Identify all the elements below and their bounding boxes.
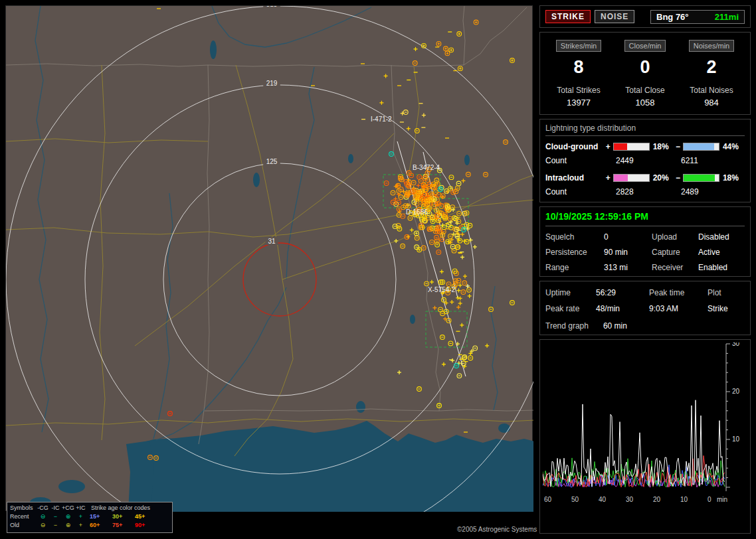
legend-col-neg-cg: -CG	[37, 504, 49, 512]
svg-text:20: 20	[653, 496, 661, 503]
ic-neg-pct: 18%	[723, 173, 745, 183]
svg-text:D-1686: D-1686	[406, 208, 428, 216]
cloud-ground-label: Cloud-ground	[545, 142, 605, 151]
pos-ic-recent-icon: +	[74, 512, 87, 521]
uptime-grid: Uptime 56:29 Peak time Plot Peak rate 48…	[545, 285, 745, 313]
trend-config: Trend graph 60 min	[545, 321, 745, 331]
persistence-label: Persistence	[545, 248, 604, 257]
receiver-label: Receiver	[652, 263, 698, 272]
rate-counters: Strikes/min 8 Total Strikes 13977 Close/…	[545, 37, 745, 110]
squelch-label: Squelch	[545, 232, 604, 242]
map-canvas[interactable]: 12521931331I-471-2B-3472-4D-1686X-5754-2	[6, 6, 533, 512]
age-15: 15+	[90, 512, 110, 521]
total-close-label: Total Close	[612, 86, 678, 95]
svg-text:10: 10	[732, 435, 740, 443]
pos-cg-old-icon: ⊕	[62, 521, 74, 530]
strikes-per-min-label: Strikes/min	[556, 40, 601, 52]
cg-neg-count: 6211	[681, 156, 698, 165]
intracloud-row: Intracloud + 20% − 18%	[545, 173, 745, 183]
total-strikes-value: 13977	[545, 98, 612, 108]
cg-pos-pct: 18%	[653, 142, 675, 151]
age-60: 60+	[90, 521, 110, 530]
rate-panel: Strikes/min 8 Total Strikes 13977 Close/…	[539, 32, 751, 115]
cg-count-label: Count	[545, 156, 607, 165]
legend-symbols-header: Symbols	[10, 504, 37, 512]
cg-neg-bar	[683, 143, 719, 151]
range-label: Range	[545, 263, 604, 272]
sidebar: STRIKE NOISE Bng 76° 211mi Strikes/min 8…	[539, 5, 751, 534]
svg-text:20: 20	[732, 388, 740, 395]
svg-text:31: 31	[268, 238, 276, 245]
svg-text:125: 125	[266, 158, 278, 165]
peak-rate-label: Peak rate	[545, 304, 596, 313]
peak-time-value: 9:03 AM	[649, 304, 708, 313]
noise-button[interactable]: NOISE	[595, 10, 634, 23]
bearing-value: Bng 76°	[656, 12, 689, 22]
uptime-value: 56:29	[596, 288, 649, 297]
pos-cg-recent-icon: ⊕	[62, 512, 74, 521]
svg-text:30: 30	[732, 343, 740, 347]
capture-label: Capture	[652, 248, 698, 257]
lightning-map[interactable]: 12521931331I-471-2B-3472-4D-1686X-5754-2	[5, 5, 533, 511]
ic-pos-count: 2828	[607, 187, 681, 196]
strike-button[interactable]: STRIKE	[545, 10, 591, 23]
age-90: 90+	[135, 521, 155, 530]
minus-sign: −	[675, 142, 682, 151]
minus-sign: −	[675, 173, 682, 183]
legend-recent-row: Recent ⊖ − ⊕ + 15+ 30+ 45+	[10, 512, 169, 521]
neg-cg-recent-icon: ⊖	[37, 512, 49, 521]
neg-ic-recent-icon: −	[49, 512, 62, 521]
legend-col-neg-ic: -IC	[49, 504, 62, 512]
svg-text:313: 313	[266, 6, 278, 8]
map-state-borders	[6, 6, 533, 444]
legend-recent-label: Recent	[10, 512, 37, 521]
svg-text:60: 60	[544, 496, 552, 503]
copyright-text: ©2005 Astrogenic Systems	[457, 526, 537, 533]
distance-value: 211mi	[715, 12, 739, 22]
trend-series	[543, 400, 725, 487]
ic-neg-count: 2489	[681, 187, 699, 196]
ic-neg-bar	[683, 174, 719, 182]
squelch-value: 0	[604, 232, 652, 242]
age-30: 30+	[112, 512, 132, 521]
svg-text:30: 30	[626, 496, 634, 503]
age-75: 75+	[112, 521, 132, 530]
cloud-ground-counts: Count 2449 6211	[545, 156, 745, 165]
plus-sign: +	[605, 173, 611, 183]
ic-pos-pct: 20%	[653, 173, 675, 183]
trend-graph-label: Trend graph	[545, 321, 589, 331]
bearing-display: Bng 76° 211mi	[650, 10, 745, 24]
uptime-label: Uptime	[545, 288, 596, 297]
total-strikes-label: Total Strikes	[545, 86, 612, 95]
capture-status: Active	[698, 248, 745, 257]
strike-legend: Symbols -CG -IC +CG +IC Strike age color…	[7, 502, 173, 533]
neg-cg-old-icon: ⊖	[37, 521, 49, 530]
plot-value: Strike	[708, 304, 745, 313]
status-panel: 10/19/2025 12:59:16 PM Squelch 0 Upload …	[539, 206, 751, 277]
svg-text:I-471-2: I-471-2	[371, 116, 392, 123]
noises-per-min-label: Noises/min	[689, 40, 734, 52]
distribution-panel: Lightning type distribution Cloud-ground…	[539, 119, 751, 202]
legend-col-pos-ic: +IC	[74, 504, 87, 512]
map-roads	[6, 65, 533, 456]
svg-text:219: 219	[266, 80, 278, 87]
svg-text:X-5754-2: X-5754-2	[428, 286, 456, 293]
total-close-value: 1058	[612, 98, 678, 108]
intracloud-label: Intracloud	[545, 173, 605, 183]
close-per-min-value: 0	[612, 57, 678, 78]
legend-old-row: Old ⊖ − ⊕ + 60+ 75+ 90+	[10, 521, 169, 530]
noises-per-min-col: Noises/min 2 Total Noises 984	[678, 39, 745, 110]
total-noises-value: 984	[678, 98, 745, 108]
peak-time-label: Peak time	[649, 288, 708, 297]
plus-sign: +	[605, 142, 611, 151]
age-45: 45+	[135, 512, 155, 521]
ic-pos-bar	[613, 174, 650, 182]
trend-graph-panel: 3020106050403020100min	[539, 339, 751, 534]
strike-symbols	[148, 9, 515, 460]
cg-pos-bar	[613, 143, 650, 151]
svg-text:50: 50	[571, 496, 579, 503]
legend-old-label: Old	[10, 521, 37, 530]
trend-graph-value: 60 min	[603, 321, 627, 331]
svg-text:min: min	[717, 496, 727, 503]
legend-header: Symbols -CG -IC +CG +IC Strike age color…	[10, 504, 169, 512]
